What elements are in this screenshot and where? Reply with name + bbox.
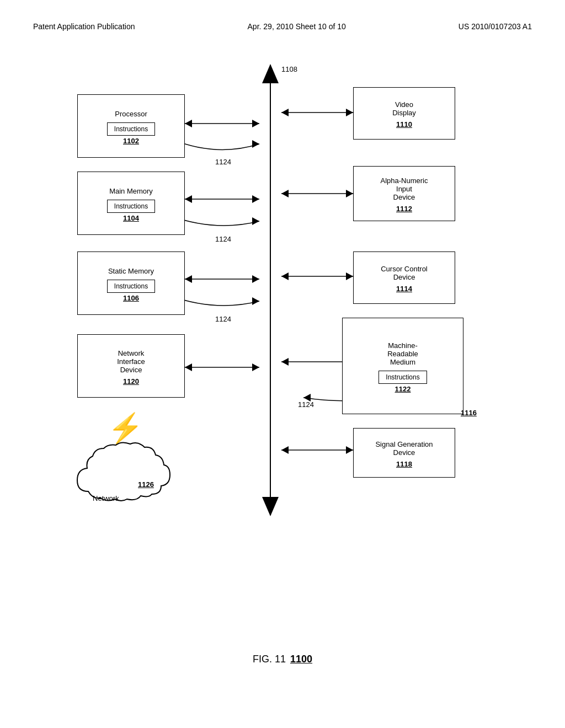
svg-marker-13 bbox=[252, 275, 259, 283]
svg-marker-14 bbox=[252, 297, 259, 305]
svg-marker-23 bbox=[281, 190, 289, 197]
machine-readable-title: Machine- Readable Medium bbox=[384, 339, 422, 368]
header-middle: Apr. 29, 2010 Sheet 10 of 10 bbox=[248, 22, 346, 31]
svg-marker-1 bbox=[262, 64, 279, 83]
figure-caption: FIG. 11 1100 bbox=[253, 654, 312, 665]
svg-marker-25 bbox=[346, 272, 353, 280]
network-interface-box: Network Interface Device 1120 bbox=[77, 334, 185, 398]
svg-marker-22 bbox=[346, 190, 353, 197]
network-number: 1126 bbox=[138, 480, 154, 489]
network-label: Network bbox=[93, 494, 119, 502]
diagram-area: 1108 Processor Instructions 1102 1124 Ma… bbox=[0, 47, 565, 682]
signal-generation-number: 1118 bbox=[396, 460, 412, 468]
header-right: US 2010/0107203 A1 bbox=[459, 22, 532, 31]
label-1124-proc: 1124 bbox=[215, 158, 231, 166]
network-interface-title: Network Interface Device bbox=[114, 347, 148, 376]
svg-marker-9 bbox=[252, 195, 259, 203]
svg-marker-5 bbox=[252, 120, 259, 127]
signal-generation-title: Signal Generation Device bbox=[372, 438, 436, 459]
svg-marker-17 bbox=[252, 363, 259, 371]
cursor-control-title: Cursor Control Device bbox=[377, 263, 431, 283]
main-memory-instructions: Instructions bbox=[107, 200, 155, 213]
machine-readable-instructions: Instructions bbox=[379, 371, 427, 384]
svg-marker-6 bbox=[252, 140, 259, 148]
fig-label: FIG. 11 bbox=[253, 654, 286, 665]
machine-readable-outer-number: 1116 bbox=[461, 409, 477, 417]
main-memory-box: Main Memory Instructions 1104 bbox=[77, 172, 185, 235]
page-header: Patent Application Publication Apr. 29, … bbox=[0, 0, 565, 42]
processor-instructions: Instructions bbox=[107, 122, 155, 136]
processor-number: 1102 bbox=[123, 137, 139, 145]
video-display-number: 1110 bbox=[396, 120, 412, 129]
label-1124-sm: 1124 bbox=[215, 315, 231, 323]
bus-label: 1108 bbox=[281, 65, 297, 73]
label-1124-mm: 1124 bbox=[215, 235, 231, 243]
alpha-numeric-title: Alpha-Numeric Input Device bbox=[377, 174, 431, 204]
static-memory-box: Static Memory Instructions 1106 bbox=[77, 251, 185, 315]
cloud-shape bbox=[72, 436, 182, 513]
machine-readable-inner-number: 1122 bbox=[395, 385, 411, 393]
cursor-control-number: 1114 bbox=[396, 285, 412, 293]
page: Patent Application Publication Apr. 29, … bbox=[0, 0, 565, 728]
svg-marker-12 bbox=[185, 275, 192, 283]
fig-number: 1100 bbox=[290, 654, 312, 665]
static-memory-instructions: Instructions bbox=[107, 280, 155, 293]
network-interface-number: 1120 bbox=[123, 377, 139, 386]
svg-marker-19 bbox=[346, 109, 353, 116]
svg-marker-16 bbox=[185, 363, 192, 371]
main-memory-number: 1104 bbox=[123, 214, 139, 222]
svg-marker-33 bbox=[281, 446, 289, 454]
svg-marker-10 bbox=[252, 217, 259, 225]
svg-marker-32 bbox=[346, 446, 353, 454]
svg-marker-8 bbox=[185, 195, 192, 203]
svg-marker-26 bbox=[281, 272, 289, 280]
header-left: Patent Application Publication bbox=[33, 22, 135, 31]
alpha-numeric-number: 1112 bbox=[396, 205, 412, 213]
svg-marker-2 bbox=[262, 497, 279, 516]
svg-marker-4 bbox=[185, 120, 192, 127]
processor-title: Processor bbox=[111, 108, 151, 120]
svg-marker-29 bbox=[281, 358, 289, 366]
machine-readable-outer-box: Machine- Readable Medium Instructions 11… bbox=[342, 318, 463, 414]
cursor-control-box: Cursor Control Device 1114 bbox=[353, 251, 455, 304]
signal-generation-box: Signal Generation Device 1118 bbox=[353, 428, 455, 478]
static-memory-title: Static Memory bbox=[105, 265, 157, 277]
label-1124-mr: 1124 bbox=[298, 400, 314, 409]
svg-marker-20 bbox=[281, 109, 289, 116]
alpha-numeric-box: Alpha-Numeric Input Device 1112 bbox=[353, 166, 455, 221]
video-display-title: Video Display bbox=[389, 98, 419, 119]
processor-box: Processor Instructions 1102 bbox=[77, 94, 185, 158]
main-memory-title: Main Memory bbox=[106, 185, 156, 197]
video-display-box: Video Display 1110 bbox=[353, 87, 455, 140]
static-memory-number: 1106 bbox=[123, 294, 139, 302]
